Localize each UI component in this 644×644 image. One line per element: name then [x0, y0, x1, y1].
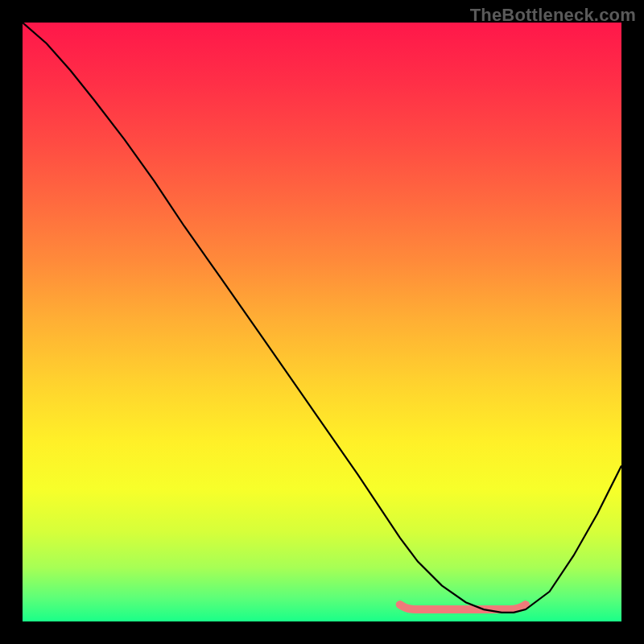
gradient-background — [23, 23, 621, 621]
plot-area — [23, 23, 621, 621]
chart-svg — [23, 23, 621, 621]
chart-frame: TheBottleneck.com — [0, 0, 644, 644]
